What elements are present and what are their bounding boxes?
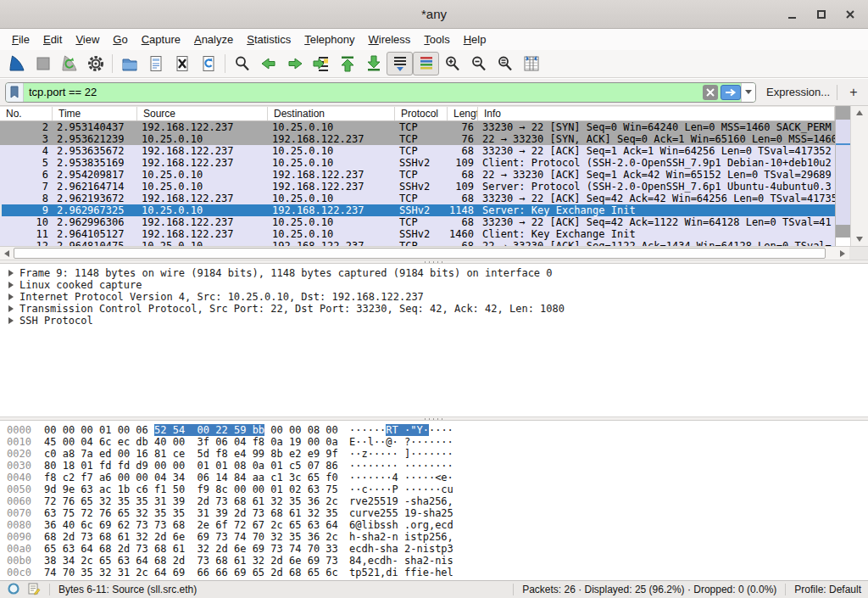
hex-dump-row[interactable]: 00509d 9e 63 ac 1b c6 f1 50 f9 8c 00 00 …: [0, 483, 868, 495]
menu-file[interactable]: File: [5, 33, 36, 46]
packet-row[interactable]: 102.962996306192.168.122.23710.25.0.10TC…: [0, 216, 835, 228]
expert-info-icon[interactable]: [7, 582, 20, 598]
column-header-protocol[interactable]: Protocol: [395, 107, 448, 120]
restart-capture-icon[interactable]: [56, 52, 82, 75]
hex-dump-row[interactable]: 000000 00 00 01 00 06 52 54 00 22 59 bb …: [0, 424, 868, 436]
column-header-source[interactable]: Source: [137, 107, 268, 120]
filter-apply-icon[interactable]: [721, 85, 741, 100]
resize-columns-icon[interactable]: [518, 52, 544, 75]
filter-history-dropdown[interactable]: [741, 83, 755, 102]
filter-text[interactable]: tcp.port == 22: [24, 86, 703, 98]
detail-tree-item[interactable]: Transmission Control Protocol, Src Port:…: [0, 303, 868, 315]
packet-list-vscrollbar[interactable]: [850, 106, 868, 246]
minimize-icon[interactable]: [787, 8, 798, 20]
save-file-icon[interactable]: [142, 52, 169, 75]
zoom-out-icon[interactable]: [465, 52, 492, 75]
add-filter-button[interactable]: +: [844, 83, 863, 102]
expand-arrow-icon[interactable]: [8, 270, 14, 277]
packet-row[interactable]: 62.95420981710.25.0.10192.168.122.237TCP…: [0, 169, 835, 181]
open-file-icon[interactable]: [116, 52, 142, 75]
column-header-length[interactable]: Length: [448, 107, 478, 120]
field-status-text: Bytes 6-11: Source (sll.src.eth): [58, 584, 197, 595]
packet-row[interactable]: 92.96296732510.25.0.10192.168.122.237SSH…: [0, 204, 835, 216]
detail-tree-item[interactable]: Linux cooked capture: [0, 279, 868, 291]
expand-arrow-icon[interactable]: [8, 317, 14, 324]
hex-dump-row[interactable]: 00b038 34 2c 65 63 64 68 2d 73 68 61 32 …: [0, 555, 868, 567]
menu-capture[interactable]: Capture: [135, 33, 187, 46]
auto-scroll-icon[interactable]: [387, 52, 413, 75]
expand-arrow-icon[interactable]: [8, 305, 14, 312]
packet-list-hscrollbar[interactable]: [0, 246, 849, 260]
capture-options-icon[interactable]: [82, 52, 108, 75]
packet-row[interactable]: 32.95362123910.25.0.10192.168.122.237TCP…: [0, 133, 835, 145]
detail-tree-item[interactable]: Frame 9: 1148 bytes on wire (9184 bits),…: [0, 267, 868, 279]
stop-capture-icon[interactable]: [30, 52, 56, 75]
column-header-time[interactable]: Time: [53, 107, 137, 120]
menu-statistics[interactable]: Statistics: [240, 33, 298, 46]
scroll-left-icon[interactable]: [0, 247, 14, 260]
menu-analyze[interactable]: Analyze: [187, 33, 240, 46]
close-file-icon[interactable]: [169, 52, 195, 75]
column-header-no[interactable]: No.: [0, 107, 53, 120]
hex-dump-row[interactable]: 003080 18 01 fd fd d9 00 00 01 01 08 0a …: [0, 460, 868, 472]
close-icon[interactable]: [844, 8, 856, 20]
hex-dump-row[interactable]: 006072 76 65 32 35 35 31 39 2d 73 68 61 …: [0, 495, 868, 507]
zoom-reset-icon[interactable]: [492, 52, 518, 75]
go-to-packet-icon[interactable]: [308, 52, 334, 75]
column-header-info[interactable]: Info: [478, 107, 835, 120]
expression-button[interactable]: Expression...: [766, 86, 830, 98]
go-last-packet-icon[interactable]: [360, 52, 387, 75]
packet-row[interactable]: 122.96481047510.25.0.10192.168.122.237TC…: [0, 240, 835, 246]
menu-help[interactable]: Help: [457, 33, 493, 46]
go-forward-icon[interactable]: [281, 52, 308, 75]
menu-tools[interactable]: Tools: [417, 33, 456, 46]
pane-splitter[interactable]: [0, 416, 868, 421]
hex-dump-row[interactable]: 0040f8 c2 f7 a6 00 00 04 34 06 14 84 aa …: [0, 472, 868, 483]
expand-arrow-icon[interactable]: [8, 293, 14, 300]
profile-selector[interactable]: Profile: Default: [794, 584, 861, 595]
hex-dump-row[interactable]: 007063 75 72 76 65 32 35 35 31 39 2d 73 …: [0, 507, 868, 519]
statusbar-separator: [513, 584, 514, 595]
colorize-icon[interactable]: [413, 52, 439, 75]
packet-row[interactable]: 82.962193672192.168.122.23710.25.0.10TCP…: [0, 193, 835, 204]
start-capture-icon[interactable]: [3, 52, 30, 75]
hex-dump-row[interactable]: 008036 40 6c 69 62 73 73 68 2e 6f 72 67 …: [0, 519, 868, 531]
packet-row[interactable]: 52.953835169192.168.122.23710.25.0.10SSH…: [0, 157, 835, 169]
reload-file-icon[interactable]: [195, 52, 221, 75]
menu-go[interactable]: Go: [106, 33, 134, 46]
packet-row[interactable]: 42.953635672192.168.122.23710.25.0.10TCP…: [0, 145, 835, 157]
hex-dump-row[interactable]: 0020c0 a8 7a ed 00 16 81 ce 5d f8 e4 99 …: [0, 448, 868, 460]
detail-tree-item[interactable]: Internet Protocol Version 4, Src: 10.25.…: [0, 291, 868, 303]
filter-bookmark-icon[interactable]: [6, 83, 24, 102]
statusbar-separator: [49, 584, 50, 595]
go-back-icon[interactable]: [255, 52, 281, 75]
menu-view[interactable]: View: [69, 33, 106, 46]
menu-telephony[interactable]: Telephony: [298, 33, 361, 46]
display-filter-input[interactable]: tcp.port == 22: [5, 82, 756, 103]
packet-row[interactable]: 22.953140437192.168.122.23710.25.0.10TCP…: [0, 121, 835, 133]
zoom-in-icon[interactable]: [439, 52, 465, 75]
status-bar: Bytes 6-11: Source (sll.src.eth) Packets…: [0, 580, 868, 598]
detail-tree-item[interactable]: SSH Protocol: [0, 315, 868, 327]
scroll-right-icon[interactable]: [836, 247, 849, 260]
maximize-icon[interactable]: [815, 8, 827, 20]
column-header-destination[interactable]: Destination: [268, 107, 395, 120]
hscrollbar-thumb[interactable]: [14, 248, 826, 259]
hex-dump-row[interactable]: 001045 00 04 6c ec db 40 00 3f 06 04 f8 …: [0, 436, 868, 448]
packet-row[interactable]: 112.964105127192.168.122.23710.25.0.10SS…: [0, 228, 835, 240]
expand-arrow-icon[interactable]: [8, 282, 14, 288]
menu-edit[interactable]: Edit: [36, 33, 69, 46]
find-packet-icon[interactable]: [229, 52, 255, 75]
menu-wireless[interactable]: Wireless: [362, 33, 418, 46]
scroll-up-icon[interactable]: [851, 106, 868, 120]
hex-dump-row[interactable]: 00a065 63 64 68 2d 73 68 61 32 2d 6e 69 …: [0, 543, 868, 555]
scroll-down-icon[interactable]: [851, 232, 868, 246]
go-first-packet-icon[interactable]: [334, 52, 360, 75]
hex-dump-row[interactable]: 009068 2d 73 68 61 32 2d 6e 69 73 74 70 …: [0, 531, 868, 543]
packet-row[interactable]: 72.96216471410.25.0.10192.168.122.237SSH…: [0, 181, 835, 193]
capture-comment-icon[interactable]: [27, 582, 41, 598]
filter-clear-icon[interactable]: [703, 85, 718, 100]
packet-list-header: No.TimeSourceDestinationProtocolLengthIn…: [0, 106, 835, 121]
packet-list-minimap-scrollbar[interactable]: [835, 106, 850, 246]
hex-dump-row[interactable]: 00c074 70 35 32 31 2c 64 69 66 66 69 65 …: [0, 567, 868, 578]
